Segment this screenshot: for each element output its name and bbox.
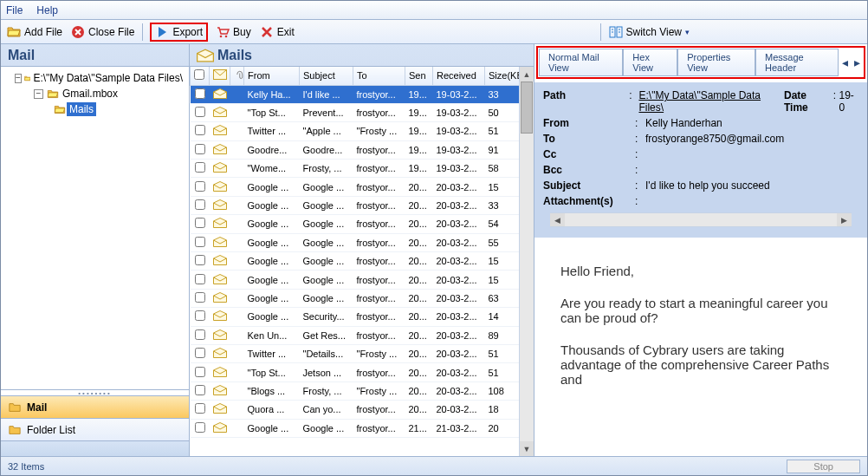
select-all-checkbox[interactable] — [194, 69, 204, 80]
col-sent[interactable]: Sen — [405, 67, 433, 85]
mail-header-row[interactable]: From Subject To Sen Received Size(KB) — [191, 67, 520, 85]
tab-normal-view[interactable]: Normal Mail View — [539, 49, 623, 76]
message-body[interactable]: Hello Friend, Are you ready to start a m… — [534, 238, 867, 456]
row-checkbox[interactable] — [195, 199, 205, 210]
switch-view-label: Switch View — [626, 26, 682, 38]
table-row[interactable]: Kelly Ha...I'd like ...frostyor...19...1… — [191, 85, 520, 103]
add-file-button[interactable]: Add File — [6, 23, 63, 41]
tab-message-header[interactable]: Message Header — [755, 49, 839, 76]
menu-file[interactable]: File — [6, 4, 23, 16]
export-button[interactable]: Export — [150, 23, 208, 42]
row-checkbox[interactable] — [195, 329, 205, 340]
scroll-right-icon[interactable]: ▶ — [837, 213, 852, 226]
table-row[interactable]: Google ...Google ...frostyor...21...21-0… — [191, 419, 520, 437]
path-value[interactable]: E:\"My Data\"Sample Data Files\ — [638, 89, 779, 114]
tree-collapse-icon[interactable]: − — [15, 74, 22, 83]
tree-file[interactable]: − Gmail.mbox — [4, 86, 185, 101]
tree-root[interactable]: − E:\"My Data\"Sample Data Files\ — [4, 70, 185, 86]
cell-size: 20 — [485, 419, 520, 437]
row-checkbox[interactable] — [195, 255, 205, 265]
cell-from: Twitter ... — [244, 344, 300, 362]
tree-root-label: E:\"My Data\"Sample Data Files\ — [30, 71, 185, 85]
scroll-thumb[interactable] — [521, 82, 533, 134]
col-received[interactable]: Received — [433, 67, 485, 85]
col-subject[interactable]: Subject — [300, 67, 353, 85]
mail-list[interactable]: From Subject To Sen Received Size(KB) Ke… — [190, 67, 519, 456]
cell-to: frostyor... — [353, 196, 405, 214]
table-row[interactable]: Google ...Google ...frostyor...20...20-0… — [191, 271, 520, 289]
table-row[interactable]: Google ...Security...frostyor...20...20-… — [191, 308, 520, 326]
scroll-left-icon[interactable]: ◀ — [550, 213, 565, 226]
row-checkbox[interactable] — [195, 144, 205, 154]
cell-from: Quora ... — [244, 401, 300, 419]
row-checkbox[interactable] — [195, 310, 205, 321]
row-checkbox[interactable] — [195, 274, 205, 284]
subject-label: Subject — [543, 179, 635, 192]
tab-hex-view[interactable]: Hex View — [623, 49, 677, 76]
envelope-open-icon — [213, 367, 227, 377]
table-row[interactable]: Twitter ..."Apple ..."Frosty ...19...19-… — [191, 122, 520, 140]
row-checkbox[interactable] — [195, 348, 205, 358]
row-checkbox[interactable] — [195, 422, 205, 433]
col-icon[interactable] — [210, 67, 230, 85]
table-row[interactable]: Goodre...Goodre...frostyor...19...19-03-… — [191, 140, 520, 159]
table-row[interactable]: Google ...Google ...frostyor...20...20-0… — [191, 178, 520, 196]
tab-properties-view[interactable]: Properties View — [677, 49, 755, 76]
cell-to: frostyor... — [353, 289, 405, 307]
table-row[interactable]: "Wome...Frosty, ...frostyor...19...19-03… — [191, 160, 520, 178]
envelope-open-icon — [213, 181, 227, 192]
table-row[interactable]: Google ...Google ...frostyor...20...20-0… — [191, 252, 520, 271]
table-row[interactable]: Ken Un...Get Res...frostyor...20...20-03… — [191, 326, 520, 344]
table-row[interactable]: "Blogs ...Frosty, ..."Frosty ...20...20-… — [191, 381, 520, 400]
cell-to: frostyor... — [353, 178, 405, 196]
col-size[interactable]: Size(KB) — [485, 67, 520, 85]
buy-button[interactable]: Buy — [215, 23, 252, 41]
tree-mails-folder[interactable]: Mails — [4, 101, 185, 117]
folder-open-icon — [7, 25, 21, 39]
switch-view-button[interactable]: Switch View ▾ — [608, 23, 690, 41]
tab-nav-left-icon[interactable]: ◂ — [839, 56, 851, 68]
row-checkbox[interactable] — [195, 385, 205, 395]
stop-button[interactable]: Stop — [787, 460, 860, 473]
row-checkbox[interactable] — [195, 292, 205, 303]
menu-help[interactable]: Help — [36, 4, 58, 16]
close-file-button[interactable]: Close File — [70, 23, 135, 41]
row-checkbox[interactable] — [195, 88, 205, 99]
table-row[interactable]: "Top St...Jetson ...frostyor...20...20-0… — [191, 363, 520, 381]
nav-mail[interactable]: Mail — [1, 395, 189, 418]
cell-subject: Google ... — [300, 196, 353, 214]
row-checkbox[interactable] — [195, 162, 205, 173]
table-row[interactable]: Google ...Google ...frostyor...20...20-0… — [191, 196, 520, 214]
cell-received: 20-03-2... — [433, 233, 485, 251]
table-row[interactable]: Quora ...Can yo...frostyor...20...20-03-… — [191, 401, 520, 419]
col-to[interactable]: To — [353, 67, 405, 85]
col-checkbox[interactable] — [191, 67, 210, 85]
scroll-down-icon[interactable]: ▼ — [520, 441, 534, 456]
table-row[interactable]: "Top St...Prevent...frostyor...19...19-0… — [191, 103, 520, 121]
nav-folder-list[interactable]: Folder List — [1, 418, 189, 440]
table-row[interactable]: Google ...Google ...frostyor...20...20-0… — [191, 215, 520, 233]
row-checkbox[interactable] — [195, 107, 205, 117]
envelope-open-icon — [213, 255, 227, 265]
col-from[interactable]: From — [244, 67, 300, 85]
row-checkbox[interactable] — [195, 367, 205, 377]
horizontal-scrollbar[interactable]: ◀ ▶ — [550, 212, 852, 227]
col-attachment[interactable] — [230, 67, 244, 85]
table-row[interactable]: Google ...Google ...frostyor...20...20-0… — [191, 233, 520, 251]
bcc-label: Bcc — [543, 164, 635, 176]
row-checkbox[interactable] — [195, 237, 205, 247]
row-checkbox[interactable] — [195, 218, 205, 228]
cell-from: "Wome... — [244, 160, 300, 178]
vertical-scrollbar[interactable]: ▲ ▼ — [519, 67, 534, 456]
tree-collapse-icon[interactable]: − — [34, 89, 43, 99]
exit-button[interactable]: Exit — [259, 23, 295, 41]
folder-tree[interactable]: − E:\"My Data\"Sample Data Files\ − Gmai… — [1, 67, 189, 390]
scroll-up-icon[interactable]: ▲ — [520, 67, 534, 82]
envelope-open-icon — [213, 329, 227, 340]
row-checkbox[interactable] — [195, 403, 205, 414]
row-checkbox[interactable] — [195, 125, 205, 135]
tab-nav-right-icon[interactable]: ▸ — [851, 56, 863, 68]
row-checkbox[interactable] — [195, 181, 205, 192]
table-row[interactable]: Twitter ..."Details..."Frosty ...20...20… — [191, 344, 520, 362]
table-row[interactable]: Google ...Google ...frostyor...20...20-0… — [191, 289, 520, 307]
